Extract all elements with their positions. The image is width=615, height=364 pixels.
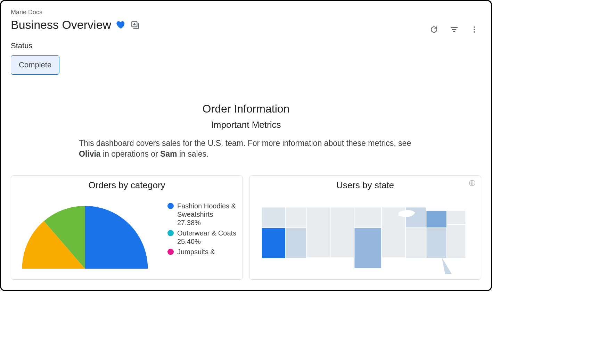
svg-point-5 [474,29,475,30]
svg-rect-12 [306,207,330,257]
svg-rect-13 [330,207,354,257]
svg-rect-10 [286,207,306,228]
legend-dot-icon [167,230,174,236]
section-subtitle: Important Metrics [1,119,491,130]
status-section: Status Complete [1,32,491,75]
legend-label: Outerwear & Coats 25.40% [177,229,237,246]
pie-legend: Fashion Hoodies & Sweatshirts 27.38% Out… [167,194,237,258]
tiles-row: Orders by category Fashion Hoodies & Swe… [1,159,491,280]
legend-dot-icon [167,249,174,255]
favorite-heart-icon[interactable] [116,20,126,30]
svg-point-4 [474,26,475,28]
svg-rect-19 [426,211,446,228]
refresh-icon[interactable] [430,25,438,34]
svg-point-6 [474,31,475,33]
status-label: Status [11,41,481,50]
status-filter-chip[interactable]: Complete [11,55,59,75]
svg-rect-9 [262,228,285,258]
us-map-chart [255,194,475,274]
desc-text: This dashboard covers sales for the U.S.… [79,139,411,148]
pie-chart [19,194,158,271]
globe-icon[interactable] [468,179,476,188]
svg-rect-11 [286,228,306,258]
desc-text: in operations or [101,149,160,158]
add-tile-icon[interactable] [131,20,140,30]
dashboard-description: This dashboard covers sales for the U.S.… [71,138,421,159]
svg-rect-14 [354,207,381,228]
legend-label: Jumpsuits & [177,248,215,256]
svg-rect-22 [447,225,466,258]
svg-rect-20 [426,228,446,258]
desc-person-sam: Sam [160,149,177,158]
svg-rect-18 [406,228,426,258]
desc-text: in sales. [177,149,209,158]
tile-title: Users by state [255,180,475,191]
svg-rect-15 [354,228,381,268]
legend-item[interactable]: Outerwear & Coats 25.40% [167,229,237,246]
title-row: Business Overview [11,18,481,32]
filter-icon[interactable] [450,25,458,34]
legend-item[interactable]: Jumpsuits & [167,248,237,256]
svg-rect-8 [262,207,285,228]
svg-rect-21 [447,211,466,224]
section-title: Order Information [1,102,491,115]
section-heading: Order Information Important Metrics [1,102,491,130]
breadcrumb[interactable]: Marie Docs [11,9,481,16]
legend-item[interactable]: Fashion Hoodies & Sweatshirts 27.38% [167,202,237,227]
pie-chart-container: Fashion Hoodies & Sweatshirts 27.38% Out… [17,194,237,271]
tile-users-by-state[interactable]: Users by state [249,175,481,280]
desc-person-olivia: Olivia [79,149,101,158]
legend-label: Fashion Hoodies & Sweatshirts 27.38% [177,202,237,227]
kebab-menu-icon[interactable] [470,25,478,34]
tile-orders-by-category[interactable]: Orders by category Fashion Hoodies & Swe… [11,175,243,280]
toolbar-right [430,25,478,34]
page-title: Business Overview [11,18,111,32]
tile-title: Orders by category [17,180,237,191]
header: Marie Docs Business Overview [1,1,491,32]
legend-dot-icon [167,203,174,209]
